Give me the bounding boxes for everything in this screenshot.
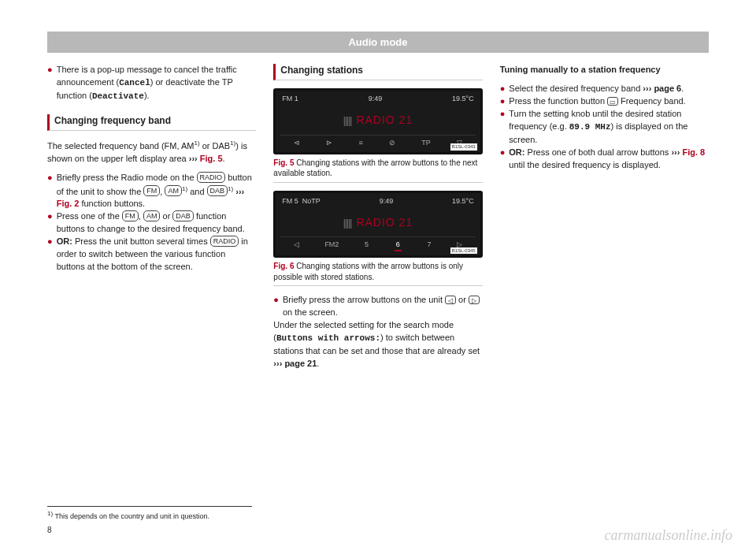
radio-display: |||||RADIO 21 [276, 210, 480, 236]
radio-softkeys: ◁ FM2 5 6 7 ▷ [280, 236, 475, 254]
bullet-dot: ● [500, 95, 506, 108]
footnote: 1) This depends on the country and unit … [47, 506, 252, 520]
text: or [456, 295, 469, 304]
text: on the screen. [283, 307, 338, 317]
bullet-item: ● Press one of the FM, AM or DAB functio… [47, 210, 256, 236]
prev-icon: ⊲ [294, 138, 300, 148]
text: Briefly press the Radio mode on the [57, 173, 197, 182]
bullet-text: OR: Press the unit button several times … [57, 236, 257, 273]
image-id: B1SL-0343 [450, 143, 477, 151]
text: . [681, 84, 684, 93]
bullet-text: OR: Press one of both dual arrow buttons… [509, 147, 709, 172]
signal-icon: ||||| [343, 115, 352, 126]
bullet-text: Press the function button ▭ Frequency ba… [509, 95, 709, 108]
bullet-dot: ● [273, 294, 279, 319]
mono-cancel: Cancel [119, 78, 150, 87]
subheading-tuning: Tuning manually to a station frequency [500, 64, 709, 76]
notp-label: NoTP [302, 197, 321, 205]
radio-softkeys: ⊲ ⊳ ≡ ⊘ TP ▽ [280, 135, 475, 151]
bullet-dot: ● [47, 172, 53, 210]
radio-screenshot-fig5: FM 1 9:49 19.5°C |||||RADIO 21 ⊲ ⊳ ≡ ⊘ T… [273, 88, 482, 154]
columns: ● There is a pop-up message to cancel th… [47, 64, 709, 377]
text: Press the unit button several times [72, 236, 210, 246]
bullet-item: ● Turn the setting knob until the desire… [500, 108, 709, 147]
station-name: RADIO 21 [356, 216, 413, 229]
bullet-dot: ● [47, 210, 53, 236]
radio-button-icon: RADIO [197, 172, 226, 183]
tp-label: TP [421, 138, 431, 148]
bullet-dot: ● [500, 108, 506, 147]
am-button-icon: AM [165, 185, 182, 196]
dab-button-icon: DAB [172, 210, 194, 221]
am-button-icon: AM [143, 210, 161, 221]
band-group: FM 5 NoTP [282, 196, 321, 206]
text: The selected frequency band (FM, AM [47, 141, 194, 151]
next-icon: ⊳ [326, 138, 332, 148]
column-2: Changing stations FM 1 9:49 19.5°C |||||… [273, 64, 482, 377]
left-arrow-icon: ◁ [294, 240, 299, 251]
radio-statusbar: FM 5 NoTP 9:49 19.5°C [276, 193, 480, 210]
text: Select the desired frequency band [509, 84, 643, 93]
chevron-icon: ››› [235, 186, 244, 195]
radio-screenshot-fig6: FM 5 NoTP 9:49 19.5°C |||||RADIO 21 ◁ FM… [273, 191, 482, 258]
fig6-caption: Fig. 6 Changing stations with the arrow … [273, 261, 482, 286]
frequency-button-icon: ▭ [607, 97, 618, 106]
chevron-icon: ››› [643, 84, 651, 93]
temperature: 19.5°C [452, 94, 474, 104]
text: Press one of both dual arrow buttons [524, 147, 671, 157]
right-arrow-button-icon: ▷ [469, 296, 480, 304]
text: or DAB [200, 141, 231, 151]
paragraph: Under the selected setting for the searc… [273, 319, 482, 370]
text: and [187, 186, 206, 195]
preset-band: FM2 [324, 240, 339, 251]
bullet-text: Select the desired frequency band ››› pa… [509, 83, 709, 95]
radio-display: |||||RADIO 21 [276, 107, 480, 134]
clock: 9:49 [380, 196, 394, 206]
image-id: B1SL-0345 [450, 247, 477, 255]
bullet-item: ● OR: Press the unit button several time… [47, 236, 256, 273]
band-label: FM 5 [282, 197, 298, 205]
or-label: OR: [57, 236, 72, 246]
fm-button-icon: FM [122, 210, 139, 221]
fig-ref: Fig. 8 [682, 147, 705, 157]
bullet-item: ● Briefly press the arrow buttons on the… [273, 294, 482, 319]
station-name: RADIO 21 [356, 113, 413, 126]
text: ). [144, 91, 150, 100]
dab-button-icon: DAB [207, 185, 228, 196]
bullet-item: ● There is a pop-up message to cancel th… [47, 64, 256, 103]
watermark: carmanualsonline.info [605, 527, 733, 544]
mono-frequency: 89.9 MHz [569, 122, 611, 132]
bullet-text: Press one of the FM, AM or DAB function … [57, 210, 257, 236]
list-icon: ≡ [358, 138, 362, 148]
mono-deactivate: Deactivate [92, 91, 144, 101]
chevron-icon: ››› [273, 359, 282, 368]
bullet-text: Briefly press the arrow buttons on the u… [283, 294, 483, 319]
bullet-text: Briefly press the Radio mode on the RADI… [57, 172, 257, 210]
clock: 9:49 [369, 94, 383, 104]
bullet-dot: ● [500, 83, 506, 95]
chevron-icon: ››› [189, 154, 198, 163]
bullet-item: ● OR: Press one of both dual arrow butto… [500, 147, 709, 172]
bullet-text: There is a pop-up message to cancel the … [57, 64, 257, 103]
page-number: 8 [47, 526, 52, 534]
text: Frequency band. [618, 96, 686, 106]
bullet-dot: ● [47, 64, 53, 103]
left-arrow-button-icon: ◁ [445, 296, 456, 304]
subheading-changing-stations: Changing stations [273, 64, 482, 80]
temperature: 19.5°C [452, 196, 474, 206]
text: function buttons. [79, 199, 145, 208]
text: or [160, 211, 172, 221]
fig-text: Changing stations with the arrow buttons… [273, 158, 477, 178]
bullet-item: ● Select the desired frequency band ››› … [500, 83, 709, 95]
bullet-item: ● Press the function button ▭ Frequency … [500, 95, 709, 108]
chevron-icon: ››› [671, 147, 680, 157]
or-label: OR: [509, 147, 524, 157]
preset-6-selected: 6 [395, 240, 402, 251]
manual-page: Audio mode ● There is a pop-up message t… [0, 0, 756, 558]
signal-icon: ||||| [343, 218, 352, 229]
bullet-dot: ● [47, 236, 53, 273]
text: Press the function button [509, 96, 607, 106]
band-label: FM 1 [282, 94, 298, 104]
column-3: Tuning manually to a station frequency ●… [500, 64, 709, 377]
fig-ref: Fig. 5 [200, 154, 223, 163]
